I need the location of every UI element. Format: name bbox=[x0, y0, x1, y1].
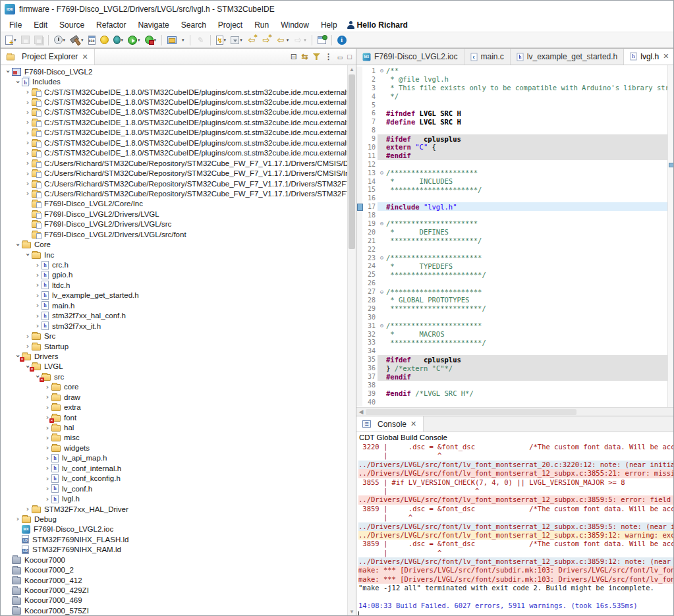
menu-source[interactable]: Source bbox=[53, 19, 90, 31]
collapse-all-icon[interactable] bbox=[291, 53, 297, 61]
fold-collapse-icon[interactable]: ⊖ bbox=[378, 322, 386, 329]
tree-item[interactable]: ›F769I-Disco_LVGL2/Drivers/LVGL bbox=[1, 209, 347, 219]
code-line-body[interactable] bbox=[378, 101, 673, 109]
tree-item[interactable]: ›F769I-Disco_LVGL2/Drivers/LVGL/src/font bbox=[1, 229, 347, 239]
pin-editor-button[interactable] bbox=[316, 35, 328, 45]
expander-icon[interactable]: › bbox=[24, 343, 32, 350]
tree-item[interactable]: ›Debug bbox=[1, 514, 347, 524]
code-line-body[interactable]: * GLOBAL PROTOTYPES bbox=[378, 296, 673, 304]
expander-icon[interactable]: › bbox=[43, 404, 51, 411]
code-line-body[interactable]: ⊖/********************** bbox=[378, 287, 673, 296]
overview-ruler[interactable] bbox=[667, 65, 673, 407]
tree-item[interactable]: ›hal bbox=[1, 422, 347, 432]
scrollbar-thumb[interactable] bbox=[349, 74, 355, 249]
code-line-body[interactable] bbox=[378, 398, 673, 406]
code-line-body[interactable]: *********************/ bbox=[378, 185, 673, 194]
fold-collapse-icon[interactable]: ⊖ bbox=[378, 169, 386, 176]
tree-item[interactable]: ›Kocour7000_575ZI bbox=[1, 605, 347, 615]
expander-icon[interactable]: › bbox=[24, 99, 32, 106]
code-line-body[interactable]: * INCLUDES bbox=[378, 177, 673, 186]
code-line-body[interactable]: ⊖/********************* bbox=[378, 169, 673, 177]
expander-icon[interactable]: › bbox=[43, 383, 51, 391]
code-line-body[interactable] bbox=[378, 160, 673, 169]
tree-item[interactable]: ›Core bbox=[1, 239, 347, 249]
code-line-body[interactable]: #ifdef __cplusplus bbox=[378, 134, 673, 143]
code-line-body[interactable]: } /*extern "C"*/ bbox=[378, 364, 673, 372]
expander-icon[interactable]: › bbox=[34, 322, 42, 329]
tree-item[interactable]: ›STM32F769NIHX_RAM.ld bbox=[1, 545, 347, 555]
code-line-body[interactable] bbox=[378, 126, 673, 134]
tree-item[interactable]: ›stm32f7xx_hal_conf.h bbox=[1, 311, 347, 321]
code-line-body[interactable] bbox=[378, 245, 673, 254]
tree-item[interactable]: ›Startup bbox=[1, 341, 347, 351]
editor-tab[interactable]: lv_example_get_started.h bbox=[511, 49, 624, 65]
expander-icon[interactable]: › bbox=[24, 159, 32, 167]
expander-icon[interactable]: › bbox=[43, 475, 51, 482]
tree-item[interactable]: ›C:/Users/Richard/STM32Cube/Repository/S… bbox=[1, 188, 347, 198]
expander-icon[interactable]: › bbox=[43, 455, 51, 462]
code-line-body[interactable]: *********************/ bbox=[378, 237, 673, 245]
code-line-body[interactable]: * @file lvgl.h bbox=[378, 75, 673, 84]
flashlight-search-button[interactable]: ▾ bbox=[179, 36, 186, 44]
project-explorer-tab[interactable]: Project Explorer ✕ bbox=[1, 49, 95, 65]
console-cursor-line[interactable] bbox=[358, 610, 673, 616]
expander-icon[interactable]: › bbox=[24, 190, 32, 197]
tree-item[interactable]: ›C:/ST/STM32CubeIDE_1.8.0/STM32CubeIDE/p… bbox=[1, 138, 347, 148]
last-edit-back-button[interactable] bbox=[245, 34, 259, 46]
expander-icon[interactable]: › bbox=[14, 515, 22, 522]
expander-icon[interactable]: › bbox=[24, 170, 32, 177]
info-button[interactable] bbox=[335, 34, 349, 46]
open-perspective-button[interactable] bbox=[165, 35, 179, 45]
scroll-down-icon[interactable]: ▼ bbox=[348, 607, 356, 616]
expander-icon[interactable]: › bbox=[43, 464, 51, 472]
menu-refactor[interactable]: Refactor bbox=[90, 19, 132, 31]
menu-navigate[interactable]: Navigate bbox=[132, 19, 175, 31]
expander-icon[interactable]: › bbox=[24, 119, 32, 126]
code-line-body[interactable]: **********************/ bbox=[378, 270, 673, 279]
binary-file-button[interactable] bbox=[86, 34, 98, 46]
maximize-icon[interactable] bbox=[347, 53, 352, 61]
expander-icon[interactable]: › bbox=[24, 251, 32, 259]
expander-icon[interactable]: › bbox=[24, 139, 32, 146]
expander-icon[interactable]: › bbox=[24, 88, 32, 96]
tree-item[interactable]: ›C:/ST/STM32CubeIDE_1.8.0/STM32CubeIDE/p… bbox=[1, 107, 347, 117]
expander-icon[interactable]: › bbox=[43, 444, 51, 451]
code-line-body[interactable]: **********************/ bbox=[378, 304, 673, 313]
tree-item[interactable]: ›Kocour7000_2 bbox=[1, 565, 347, 574]
code-line-body[interactable]: * TYPEDEFS bbox=[378, 262, 673, 270]
code-line-body[interactable] bbox=[378, 313, 673, 322]
close-icon[interactable]: ✕ bbox=[410, 420, 417, 428]
tree-item[interactable]: ›C:/Users/Richard/STM32Cube/Repository/S… bbox=[1, 158, 347, 168]
tree-item[interactable]: ›Kocour7000_429ZI bbox=[1, 585, 347, 595]
expander-icon[interactable]: › bbox=[24, 109, 32, 116]
tree-item[interactable]: ›C:/ST/STM32CubeIDE_1.8.0/STM32CubeIDE/p… bbox=[1, 148, 347, 158]
tree-item[interactable]: ›C:/ST/STM32CubeIDE_1.8.0/STM32CubeIDE/p… bbox=[1, 117, 347, 127]
console-output[interactable]: 3220 | .dsc = &font_dsc /*The custom fon… bbox=[356, 443, 673, 616]
code-line-body[interactable] bbox=[378, 211, 673, 219]
expander-icon[interactable]: › bbox=[24, 150, 32, 157]
expander-icon[interactable]: › bbox=[34, 262, 42, 269]
tree-item[interactable]: ›C:/ST/STM32CubeIDE_1.8.0/STM32CubeIDE/p… bbox=[1, 97, 347, 107]
tree-item[interactable]: ›extra bbox=[1, 402, 347, 412]
tree-item[interactable]: ›C:/ST/STM32CubeIDE_1.8.0/STM32CubeIDE/p… bbox=[1, 87, 347, 97]
code-line-body[interactable]: #endif /*LVGL_SRC_H*/ bbox=[378, 389, 673, 398]
close-icon[interactable]: ✕ bbox=[662, 52, 669, 61]
tree-item[interactable]: ›core bbox=[1, 382, 347, 392]
code-line-body[interactable]: **********************/ bbox=[378, 339, 673, 347]
code-line-body[interactable]: #ifndef LVGL_SRC_H bbox=[378, 109, 673, 117]
window-arrow-button[interactable]: ▾ bbox=[229, 35, 244, 45]
scroll-up-icon[interactable]: ▲ bbox=[348, 65, 356, 74]
build-hammer-button[interactable]: ▾ bbox=[68, 34, 86, 46]
tree-item[interactable]: ›F769I-Disco_LVGL2/Core/Inc bbox=[1, 199, 347, 209]
expander-icon[interactable]: › bbox=[34, 281, 42, 289]
expander-icon[interactable]: › bbox=[34, 302, 42, 309]
tree-item[interactable]: ›F769I-Disco_LVGL2 bbox=[1, 67, 347, 76]
code-line-body[interactable]: #include "lvgl.h" bbox=[378, 202, 673, 211]
expander-icon[interactable]: › bbox=[43, 434, 51, 441]
menu-search[interactable]: Search bbox=[175, 19, 212, 31]
tree-item[interactable]: ›STM32F7xx_HAL_Driver bbox=[1, 504, 347, 514]
last-edit-forward-button[interactable] bbox=[260, 34, 273, 46]
tree-item[interactable]: ›LVGL bbox=[1, 362, 347, 372]
tree-item[interactable]: ›widgets bbox=[1, 443, 347, 453]
tree-item[interactable]: ›lv_conf.h bbox=[1, 484, 347, 493]
